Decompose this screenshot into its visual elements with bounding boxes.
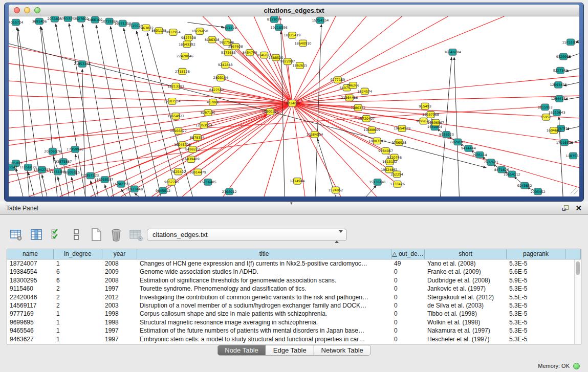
- table-cell[interactable]: Investigating the contribution of common…: [137, 293, 391, 301]
- table-cell[interactable]: 9777169: [7, 310, 54, 318]
- graph-edge[interactable]: [264, 103, 292, 196]
- table-cell[interactable]: 2003: [102, 301, 137, 310]
- table-cell[interactable]: Jankovic et al. (1997): [425, 285, 507, 293]
- table-header-row[interactable]: namein_degreeyeartitle△ out_de…shortpage…: [7, 249, 581, 259]
- table-row[interactable]: 969969511998Structural magnetic resonanc…: [7, 318, 581, 326]
- table-row[interactable]: 946362711997Embryonic stem cells: a mode…: [7, 335, 581, 343]
- table-cell[interactable]: 1: [54, 335, 102, 343]
- table-row[interactable]: 2242004622012Investigating the contribut…: [7, 293, 581, 301]
- table-cell[interactable]: 18724007: [7, 259, 54, 268]
- table-cell[interactable]: 2: [54, 285, 102, 293]
- table-cell[interactable]: 9115460: [7, 285, 54, 293]
- table-cell[interactable]: 14569117: [7, 301, 54, 310]
- table-cell[interactable]: 1: [54, 310, 102, 318]
- table-cell[interactable]: 5.3E-5: [507, 335, 565, 343]
- table-cell[interactable]: Nakamura et al. (1997): [425, 326, 507, 335]
- table-cell[interactable]: Changes of HCN gene expression and I(f) …: [137, 259, 391, 268]
- table-cell[interactable]: 1997: [102, 285, 137, 293]
- float-panel-icon[interactable]: [562, 205, 570, 212]
- table-cell[interactable]: Structural magnetic resonance image aver…: [137, 318, 391, 326]
- table-scrollbar[interactable]: [574, 259, 581, 344]
- table-cell[interactable]: 5.9E-5: [507, 276, 565, 285]
- table-cell[interactable]: 0: [391, 268, 425, 276]
- table-cell[interactable]: 5.5E-5: [507, 293, 565, 301]
- table-cell[interactable]: 1998: [102, 310, 137, 318]
- graph-edge[interactable]: [105, 185, 108, 196]
- tab-edge-table[interactable]: Edge Table: [266, 345, 314, 355]
- graph-edge[interactable]: [17, 27, 29, 196]
- graph-edge[interactable]: [42, 174, 47, 196]
- table-cell[interactable]: 0: [391, 335, 425, 343]
- table-cell[interactable]: Tibbo et al. (1998): [425, 310, 507, 318]
- graph-edge[interactable]: [135, 193, 139, 196]
- table-cell[interactable]: 5.3E-5: [507, 259, 565, 268]
- table-cell[interactable]: 5.3E-5: [507, 318, 565, 326]
- graph-edge[interactable]: [9, 81, 292, 103]
- scrollbar-thumb[interactable]: [576, 261, 580, 275]
- table-cell[interactable]: 2: [54, 293, 102, 301]
- table-cell[interactable]: 5.3E-5: [507, 285, 565, 293]
- close-window-icon[interactable]: [14, 7, 20, 13]
- table-cell[interactable]: 6: [54, 276, 102, 285]
- table-cell[interactable]: 0: [391, 293, 425, 301]
- column-header[interactable]: △ out_de…: [391, 249, 425, 259]
- network-canvas[interactable]: 4055724369140620538341065328715276026466…: [9, 16, 579, 196]
- table-row[interactable]: 1938455462009Genome-wide association stu…: [7, 268, 581, 276]
- table-cell[interactable]: 1: [54, 259, 102, 268]
- table-cell[interactable]: 18300295: [7, 276, 54, 285]
- table-cell[interactable]: Genome-wide association studies in ADHD.: [137, 268, 391, 276]
- table-cell[interactable]: 2008: [102, 276, 137, 285]
- table-cell[interactable]: Estimation of significance thresholds fo…: [137, 276, 391, 285]
- graph-edge[interactable]: [58, 177, 62, 196]
- table-cell[interactable]: 1: [54, 318, 102, 326]
- graph-edge[interactable]: [187, 23, 224, 28]
- column-header[interactable]: pagerank: [507, 249, 565, 259]
- table-cell[interactable]: Disruption of a novel member of a sodium…: [137, 301, 391, 310]
- graph-edge[interactable]: [111, 26, 146, 196]
- table-cell[interactable]: 2009: [102, 268, 137, 276]
- citation-network-graph[interactable]: 4055724369140620538341065328715276026466…: [9, 16, 579, 196]
- table-cell[interactable]: 0: [391, 310, 425, 318]
- table-cell[interactable]: 0: [391, 326, 425, 335]
- table-cell[interactable]: 1997: [102, 326, 137, 335]
- column-header[interactable]: short: [425, 249, 507, 259]
- graph-edge[interactable]: [82, 24, 114, 196]
- table-cell[interactable]: 22420046: [7, 293, 54, 301]
- table-row[interactable]: 1830029562008Estimation of significance …: [7, 276, 581, 285]
- table-cell[interactable]: de Silva et al. (2003): [425, 301, 507, 310]
- table-row[interactable]: 911546021997Tourette syndrome. Phenomeno…: [7, 285, 581, 293]
- table-cell[interactable]: 1: [54, 326, 102, 335]
- graph-edge[interactable]: [9, 96, 292, 103]
- table-cell[interactable]: 1997: [102, 335, 137, 343]
- table-cell[interactable]: 0: [391, 318, 425, 326]
- minimize-window-icon[interactable]: [24, 7, 30, 13]
- table-cell[interactable]: Wolkin et al. (1998): [425, 318, 507, 326]
- column-header[interactable]: name: [7, 249, 54, 259]
- graph-edge[interactable]: [292, 16, 504, 103]
- select-all-rows-button[interactable]: [48, 227, 64, 243]
- table-cell[interactable]: 49: [391, 259, 425, 268]
- table-cell[interactable]: 2: [54, 301, 102, 310]
- table-cell[interactable]: 5.3E-5: [507, 310, 565, 318]
- table-cell[interactable]: 9463627: [7, 335, 54, 343]
- window-titlebar[interactable]: citations_edges.txt: [9, 5, 579, 16]
- show-columns-button[interactable]: [28, 227, 45, 243]
- network-select-dropdown[interactable]: citations_edges.txt: [147, 229, 347, 241]
- table-cell[interactable]: Corpus callosum shape and size in male p…: [137, 310, 391, 318]
- table-cell[interactable]: Dudbridge et al. (2008): [425, 276, 507, 285]
- zoom-window-icon[interactable]: [34, 7, 40, 13]
- table-cell[interactable]: 0: [391, 285, 425, 293]
- table-settings-button[interactable]: [8, 227, 25, 243]
- column-header[interactable]: in_degree: [54, 249, 102, 259]
- column-header[interactable]: title: [137, 249, 391, 259]
- table-cell[interactable]: Franke et al. (2009): [425, 268, 507, 276]
- graph-edge[interactable]: [16, 168, 23, 196]
- table-cell[interactable]: 0: [391, 276, 425, 285]
- attribute-table[interactable]: namein_degreeyeartitle△ out_de…shortpage…: [7, 249, 581, 344]
- table-row[interactable]: 1456911722003Disruption of a novel membe…: [7, 301, 581, 310]
- table-row[interactable]: 1872400712008Changes of HCN gene express…: [7, 259, 581, 268]
- table-cell[interactable]: Embryonic stem cells: a model to study s…: [137, 335, 391, 343]
- table-cell[interactable]: 19384554: [7, 268, 54, 276]
- splitter-handle-icon[interactable]: ▾: [290, 201, 293, 206]
- table-cell[interactable]: Hescheler et al. (1997): [425, 335, 507, 343]
